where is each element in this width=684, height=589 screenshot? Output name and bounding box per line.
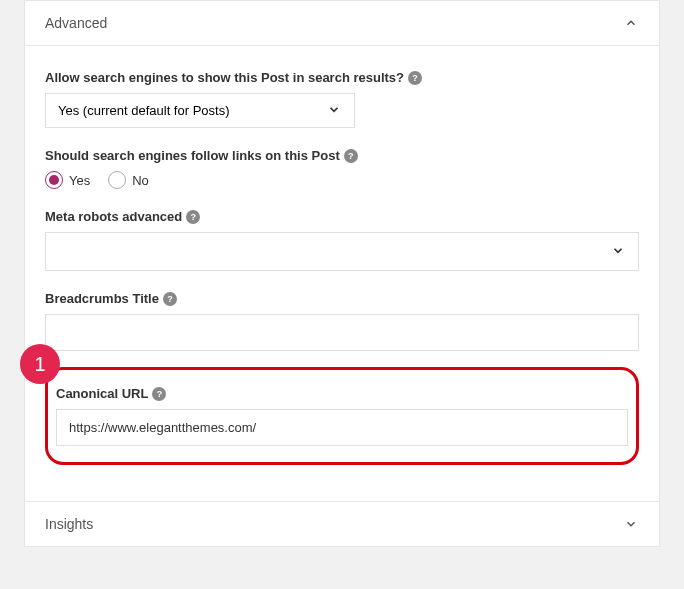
annotation-badge: 1 <box>20 344 60 384</box>
follow-links-field: Should search engines follow links on th… <box>45 148 639 189</box>
advanced-section-toggle[interactable]: Advanced <box>25 1 659 46</box>
follow-links-yes-option[interactable]: Yes <box>45 171 90 189</box>
canonical-url-input[interactable] <box>56 409 628 446</box>
allow-search-results-select-wrapper: Yes (current default for Posts) <box>45 93 355 128</box>
help-icon[interactable]: ? <box>408 71 422 85</box>
follow-links-radio-group: Yes No <box>45 171 639 189</box>
label-text: Allow search engines to show this Post i… <box>45 70 404 85</box>
radio-label: Yes <box>69 173 90 188</box>
meta-robots-label: Meta robots advanced ? <box>45 209 200 224</box>
radio-checked-icon <box>45 171 63 189</box>
label-text: Should search engines follow links on th… <box>45 148 340 163</box>
label-text: Meta robots advanced <box>45 209 182 224</box>
label-text: Canonical URL <box>56 386 148 401</box>
canonical-url-label: Canonical URL ? <box>56 386 166 401</box>
radio-unchecked-icon <box>108 171 126 189</box>
follow-links-label: Should search engines follow links on th… <box>45 148 358 163</box>
help-icon[interactable]: ? <box>163 292 177 306</box>
help-icon[interactable]: ? <box>152 387 166 401</box>
breadcrumbs-title-input[interactable] <box>45 314 639 351</box>
allow-search-results-field: Allow search engines to show this Post i… <box>45 70 639 128</box>
meta-robots-select-wrapper <box>45 232 639 271</box>
canonical-url-highlight: 1 Canonical URL ? <box>45 367 639 465</box>
insights-section-toggle[interactable]: Insights <box>25 501 659 546</box>
chevron-down-icon <box>623 516 639 532</box>
follow-links-no-option[interactable]: No <box>108 171 149 189</box>
advanced-section-title: Advanced <box>45 15 107 31</box>
label-text: Breadcrumbs Title <box>45 291 159 306</box>
canonical-url-field: Canonical URL ? <box>56 386 628 446</box>
help-icon[interactable]: ? <box>186 210 200 224</box>
meta-robots-field: Meta robots advanced ? <box>45 209 639 271</box>
breadcrumbs-title-label: Breadcrumbs Title ? <box>45 291 177 306</box>
insights-section-title: Insights <box>45 516 93 532</box>
allow-search-results-label: Allow search engines to show this Post i… <box>45 70 422 85</box>
advanced-section-body: Allow search engines to show this Post i… <box>25 46 659 485</box>
radio-label: No <box>132 173 149 188</box>
chevron-up-icon <box>623 15 639 31</box>
help-icon[interactable]: ? <box>344 149 358 163</box>
breadcrumbs-title-field: Breadcrumbs Title ? <box>45 291 639 351</box>
meta-robots-select[interactable] <box>45 232 639 271</box>
seo-advanced-metabox: Advanced Allow search engines to show th… <box>24 0 660 547</box>
allow-search-results-select[interactable]: Yes (current default for Posts) <box>45 93 355 128</box>
